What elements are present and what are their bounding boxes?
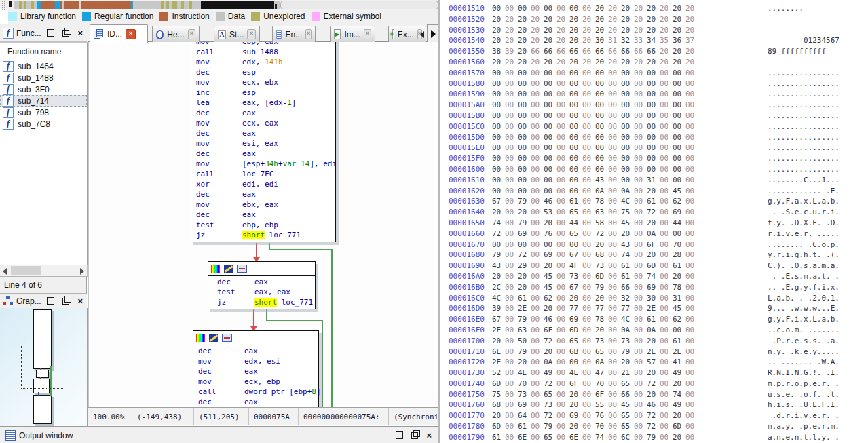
graph-overview-minimap[interactable]: [0, 308, 88, 426]
hex-byte[interactable]: 6E: [569, 432, 578, 443]
hex-byte[interactable]: 00: [531, 421, 540, 432]
hex-byte[interactable]: 00: [582, 68, 591, 79]
hex-byte[interactable]: 33: [634, 35, 643, 46]
hex-byte[interactable]: 00: [660, 207, 668, 218]
hex-byte[interactable]: 00: [685, 271, 694, 282]
hex-byte[interactable]: 00: [685, 142, 694, 153]
hex-byte[interactable]: 00: [518, 100, 527, 111]
hex-byte[interactable]: 00: [582, 153, 591, 164]
hex-byte[interactable]: 0A: [595, 357, 604, 368]
asm-instruction[interactable]: movecx, eax: [196, 118, 335, 128]
hex-byte[interactable]: 00: [531, 347, 540, 358]
hex-byte[interactable]: 00: [608, 261, 617, 271]
hex-byte[interactable]: 2E: [518, 303, 527, 314]
hex-byte[interactable]: 65: [544, 432, 552, 443]
hex-byte[interactable]: 00: [608, 303, 617, 314]
hex-byte[interactable]: 00: [582, 186, 591, 197]
basic-block-1[interactable]: movebp, eaxcallsub_1488movedx, 141hdeces…: [191, 42, 336, 242]
hex-row[interactable]: 000016607200690076006500720020000A000000…: [440, 229, 868, 239]
hex-byte[interactable]: 20: [647, 250, 656, 261]
hex-byte[interactable]: 00: [556, 271, 565, 282]
hex-byte[interactable]: 00: [647, 111, 656, 121]
hex-byte[interactable]: 00: [660, 175, 668, 186]
hex-byte[interactable]: 00: [685, 239, 694, 250]
hex-byte[interactable]: 20: [647, 14, 656, 25]
hex-byte[interactable]: 00: [634, 261, 643, 271]
hex-byte[interactable]: 00: [582, 314, 591, 325]
hex-byte[interactable]: 20: [647, 336, 656, 347]
hex-byte[interactable]: 00: [582, 121, 591, 132]
hex-byte[interactable]: 00: [531, 153, 540, 164]
hex-byte[interactable]: 00: [685, 68, 694, 79]
hex-byte[interactable]: 00: [634, 400, 643, 410]
hex-byte[interactable]: 20: [582, 57, 591, 68]
hex-byte[interactable]: 00: [634, 347, 643, 358]
hex-byte[interactable]: 0A: [544, 357, 552, 368]
hex-byte[interactable]: 20: [621, 25, 630, 36]
hex-byte[interactable]: 00: [673, 229, 681, 239]
hex-byte[interactable]: 00: [531, 282, 540, 293]
hex-byte[interactable]: 00: [595, 121, 604, 132]
hex-byte[interactable]: 37: [685, 35, 694, 46]
hex-byte[interactable]: 0A: [621, 186, 630, 197]
hex-byte[interactable]: 0A: [647, 229, 656, 239]
close-icon[interactable]: ×: [77, 30, 83, 36]
hex-byte[interactable]: 00: [492, 132, 501, 143]
hex-byte[interactable]: 00: [634, 79, 643, 90]
hex-byte[interactable]: 66: [569, 46, 578, 57]
hex-byte[interactable]: 00: [569, 79, 578, 90]
hex-byte[interactable]: 21: [621, 368, 630, 379]
hex-row[interactable]: 000016904300290020004F00730061006D006100…: [440, 261, 868, 271]
function-row[interactable]: fsub_798: [0, 107, 87, 118]
hex-byte[interactable]: 20: [556, 57, 565, 68]
hex-byte[interactable]: 00: [685, 336, 694, 347]
hex-byte[interactable]: 00: [685, 400, 694, 410]
hex-byte[interactable]: 00: [531, 229, 540, 239]
hex-byte[interactable]: 00: [544, 79, 552, 90]
hex-byte[interactable]: 20: [518, 207, 527, 218]
hex-byte[interactable]: 00: [660, 379, 668, 389]
hex-row[interactable]: 0000177020006400720069007600650072002000…: [440, 410, 868, 421]
hex-row[interactable]: 000016E0670079004600690078004C0061006200…: [440, 314, 868, 325]
hex-byte[interactable]: 00: [531, 142, 540, 153]
hex-byte[interactable]: 00: [531, 400, 540, 410]
hex-byte[interactable]: 00: [544, 164, 552, 175]
hex-byte[interactable]: 68: [595, 250, 604, 261]
hex-byte[interactable]: 00: [634, 132, 643, 143]
hex-byte[interactable]: 00: [505, 164, 514, 175]
hex-byte[interactable]: 74: [647, 271, 656, 282]
hex-byte[interactable]: 65: [621, 421, 630, 432]
hex-byte[interactable]: 00: [582, 207, 591, 218]
hex-byte[interactable]: 00: [660, 229, 668, 239]
maximize-icon[interactable]: [47, 297, 54, 305]
maximize-icon[interactable]: [47, 29, 54, 37]
hex-byte[interactable]: 00: [582, 100, 591, 111]
hex-byte[interactable]: 00: [492, 153, 501, 164]
hex-byte[interactable]: 20: [621, 229, 630, 239]
hex-byte[interactable]: 00: [634, 68, 643, 79]
hex-byte[interactable]: 69: [647, 282, 656, 293]
hex-byte[interactable]: 66: [582, 46, 591, 57]
hex-byte[interactable]: 00: [647, 142, 656, 153]
hex-byte[interactable]: 00: [582, 389, 591, 400]
asm-instruction[interactable]: movedx, esi: [198, 356, 318, 366]
hex-row[interactable]: 0000161000000000000000004300000031000000…: [440, 175, 868, 186]
hex-byte[interactable]: 00: [556, 100, 565, 111]
hex-byte[interactable]: 00: [634, 186, 643, 197]
block-edit-icon[interactable]: [209, 334, 218, 342]
hex-byte[interactable]: 00: [556, 229, 565, 239]
hex-byte[interactable]: 00: [518, 3, 527, 14]
hex-byte[interactable]: 00: [505, 421, 514, 432]
hex-byte[interactable]: 00: [556, 250, 565, 261]
function-row[interactable]: fsub_714: [0, 95, 87, 107]
hex-byte[interactable]: 20: [647, 389, 656, 400]
hex-byte[interactable]: 00: [569, 164, 578, 175]
hex-byte[interactable]: 00: [660, 421, 668, 432]
hex-byte[interactable]: 20: [569, 25, 578, 36]
hex-row[interactable]: 0000168079007200690067006800740020002800…: [440, 250, 868, 261]
hex-byte[interactable]: 00: [531, 175, 540, 186]
hex-byte[interactable]: 00: [569, 175, 578, 186]
function-row[interactable]: fsub_1464: [0, 60, 87, 72]
hex-byte[interactable]: 72: [544, 336, 552, 347]
hex-byte[interactable]: 20: [647, 218, 656, 229]
